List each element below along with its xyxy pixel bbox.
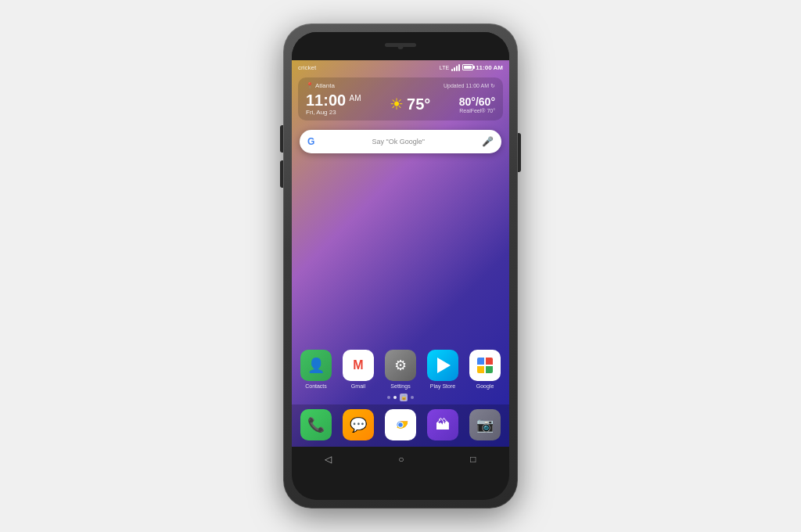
- app-playstore[interactable]: Play Store: [427, 350, 458, 389]
- bottom-nav: ◁ ○ □: [292, 447, 509, 472]
- app-gmail[interactable]: M Gmail: [343, 350, 374, 389]
- signal-bar-3: [456, 66, 458, 71]
- gmail-icon: M: [343, 350, 374, 381]
- dot-3: [411, 396, 414, 399]
- screen-middle: [292, 160, 509, 350]
- home-button[interactable]: ○: [390, 451, 411, 468]
- front-camera: [398, 44, 404, 49]
- chrome-icon: [385, 409, 416, 440]
- contacts-label: Contacts: [305, 383, 327, 389]
- app-google[interactable]: Google: [469, 350, 501, 389]
- playstore-label: Play Store: [430, 383, 455, 389]
- dock-chrome[interactable]: [385, 409, 416, 440]
- mountain-icon: 🏔: [436, 417, 450, 433]
- dock-phone[interactable]: 📞: [300, 409, 332, 440]
- weather-right: 80°/60° RealFeel® 70°: [459, 95, 495, 113]
- date-display: Fri, Aug 23: [306, 109, 361, 116]
- status-time: 11:00 AM: [476, 64, 503, 71]
- google-grid-green: [486, 366, 493, 373]
- dot-1: [387, 396, 390, 399]
- gmail-m-icon: M: [353, 358, 363, 372]
- phone-device: cricket LTE 11:00 AM: [283, 23, 518, 509]
- signal-bar-1: [451, 69, 453, 71]
- lock-dot: 🔒: [400, 394, 408, 401]
- weather-main: 11:00 AM Fri, Aug 23 ☀ 75° 80°/60° RealF…: [306, 92, 495, 116]
- gallery-icon: 🏔: [427, 409, 458, 440]
- location: 📍 Atlanta: [306, 82, 335, 89]
- phone-screen: cricket LTE 11:00 AM: [292, 60, 509, 472]
- settings-icon: ⚙: [385, 350, 416, 381]
- app-contacts[interactable]: 👤 Contacts: [300, 350, 332, 389]
- google-grid-blue: [477, 358, 484, 365]
- chrome-svg-icon: [392, 416, 409, 433]
- weather-top: 📍 Atlanta Updated 11:00 AM ↻: [306, 82, 495, 89]
- carrier-label: cricket: [298, 64, 316, 71]
- chat-icon: 💬: [350, 416, 367, 433]
- dot-active: [393, 396, 397, 399]
- google-grid-red: [486, 358, 493, 365]
- google-label: Google: [476, 383, 494, 389]
- weather-widget: 📍 Atlanta Updated 11:00 AM ↻ 11:00 AM: [298, 77, 503, 120]
- mic-icon[interactable]: 🎤: [482, 136, 494, 147]
- google-grid-yellow: [477, 366, 484, 373]
- phone-icon: 📞: [300, 409, 332, 440]
- person-icon: 👤: [307, 357, 325, 374]
- temp-hilo: 80°/60°: [459, 95, 495, 108]
- gear-icon: ⚙: [394, 357, 407, 374]
- location-name: Atlanta: [315, 82, 335, 89]
- camera-lens-icon: 📷: [476, 416, 494, 433]
- search-placeholder: Say "Ok Google": [319, 138, 477, 146]
- dock-camera[interactable]: 📷: [469, 409, 501, 440]
- weather-center: ☀ 75°: [390, 95, 430, 113]
- svg-point-2: [398, 422, 403, 427]
- refresh-icon: ↻: [490, 83, 495, 89]
- phone-call-icon: 📞: [307, 416, 325, 433]
- signal-bar-2: [454, 67, 455, 71]
- time-display: 11:00 AM: [306, 92, 361, 109]
- page-dots: 🔒: [292, 394, 509, 401]
- real-feel: RealFeel® 70°: [459, 108, 495, 113]
- top-bezel: [292, 32, 509, 60]
- messages-icon: 💬: [343, 409, 374, 440]
- google-icon: [469, 350, 501, 381]
- google-logo: G: [307, 136, 314, 147]
- battery-fill: [464, 66, 472, 69]
- battery-icon: [462, 64, 473, 70]
- app-icons-row: 👤 Contacts M Gmail ⚙ Settings: [292, 350, 509, 389]
- recents-button[interactable]: □: [462, 451, 483, 468]
- status-right: LTE 11:00 AM: [440, 64, 503, 71]
- lte-label: LTE: [440, 65, 449, 70]
- play-triangle-icon: [437, 358, 451, 373]
- location-pin-icon: 📍: [306, 82, 314, 89]
- search-bar[interactable]: G Say "Ok Google" 🎤: [300, 130, 501, 153]
- playstore-icon: [427, 350, 458, 381]
- dock-messages[interactable]: 💬: [343, 409, 374, 440]
- google-grid-icon: [477, 358, 493, 373]
- current-temp: 75°: [407, 95, 430, 113]
- status-bar: cricket LTE 11:00 AM: [292, 60, 509, 74]
- signal-bars: [451, 64, 460, 71]
- phone-screen-container: cricket LTE 11:00 AM: [292, 32, 509, 500]
- bottom-bezel: [292, 472, 509, 500]
- signal-bar-4: [458, 64, 460, 71]
- sun-icon: ☀: [390, 95, 404, 113]
- app-dock: 📞 💬: [292, 404, 509, 447]
- camera-icon: 📷: [469, 409, 501, 440]
- back-button[interactable]: ◁: [317, 451, 339, 468]
- settings-label: Settings: [390, 383, 410, 389]
- dock-gallery[interactable]: 🏔: [427, 409, 458, 440]
- datetime: 11:00 AM Fri, Aug 23: [306, 92, 361, 116]
- gmail-label: Gmail: [351, 383, 365, 389]
- contacts-icon: 👤: [300, 350, 332, 381]
- app-settings[interactable]: ⚙ Settings: [385, 350, 416, 389]
- updated-label: Updated 11:00 AM ↻: [444, 83, 495, 89]
